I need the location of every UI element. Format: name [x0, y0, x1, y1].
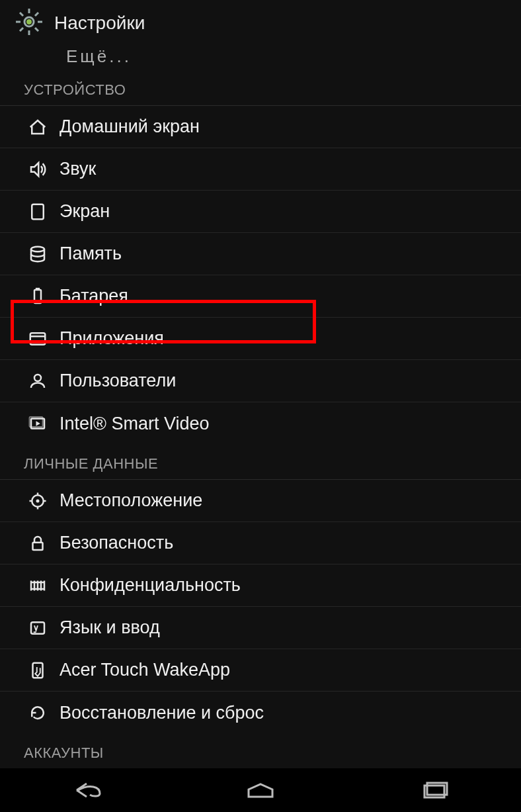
battery-icon — [26, 285, 49, 308]
item-backup-reset[interactable]: Восстановление и сброс — [0, 692, 521, 734]
storage-icon — [26, 243, 49, 265]
item-intel-smart-video[interactable]: Intel® Smart Video — [0, 402, 521, 445]
item-label: Домашний экран — [60, 116, 200, 137]
svg-rect-2 — [32, 204, 44, 219]
svg-rect-5 — [36, 288, 40, 290]
item-label: Acer Touch WakeApp — [60, 660, 230, 680]
item-label: Экран — [60, 201, 110, 222]
reset-icon — [26, 701, 49, 724]
touch-icon — [26, 659, 49, 682]
sound-icon — [26, 158, 49, 181]
item-location[interactable]: Местоположение — [0, 480, 521, 522]
list-device: Домашний экран Звук Экран Память Батарея… — [0, 106, 521, 445]
nav-recent-button[interactable] — [405, 777, 464, 803]
item-acer-wakeapp[interactable]: Acer Touch WakeApp — [0, 649, 521, 692]
item-label: Приложения — [60, 328, 164, 349]
item-apps[interactable]: Приложения — [0, 318, 521, 360]
item-label: Безопасность — [60, 533, 173, 553]
svg-point-7 — [34, 375, 41, 381]
svg-point-3 — [31, 246, 44, 251]
item-language[interactable]: Язык и ввод — [0, 607, 521, 649]
svg-rect-4 — [34, 290, 41, 303]
item-label: Восстановление и сброс — [60, 703, 264, 723]
svg-point-11 — [36, 499, 40, 502]
svg-rect-6 — [30, 333, 46, 345]
section-header-personal: ЛИЧНЫЕ ДАННЫЕ — [0, 445, 521, 480]
item-label: Местоположение — [60, 490, 202, 511]
item-label: Конфиденциальность — [60, 575, 241, 596]
users-icon — [26, 370, 49, 392]
item-display[interactable]: Экран — [0, 191, 521, 233]
lock-icon — [26, 532, 49, 555]
svg-rect-12 — [33, 542, 43, 549]
item-security[interactable]: Безопасность — [0, 522, 521, 564]
svg-point-1 — [26, 19, 32, 24]
nav-back-button[interactable] — [57, 777, 116, 803]
apps-icon — [26, 328, 49, 350]
home-icon — [26, 116, 49, 138]
language-icon — [26, 617, 49, 639]
page-title: Настройки — [54, 13, 145, 34]
item-sound[interactable]: Звук — [0, 148, 521, 191]
item-label: Пользователи — [60, 371, 176, 391]
svg-rect-13 — [31, 622, 44, 634]
item-privacy[interactable]: Конфиденциальность — [0, 564, 521, 607]
item-home-screen[interactable]: Домашний экран — [0, 106, 521, 148]
action-bar: Настройки — [0, 0, 521, 46]
item-battery[interactable]: Батарея — [0, 275, 521, 318]
item-label: Память — [60, 244, 122, 264]
privacy-icon — [26, 574, 49, 597]
nav-home-button[interactable] — [231, 777, 290, 803]
video-icon — [26, 412, 49, 435]
item-storage[interactable]: Память — [0, 233, 521, 275]
display-icon — [26, 201, 49, 223]
item-label: Батарея — [60, 286, 128, 306]
section-header-device: УСТРОЙСТВО — [0, 71, 521, 106]
section-header-accounts: АККАУНТЫ — [0, 734, 521, 769]
truncated-item[interactable]: Ещё... — [0, 46, 521, 71]
list-personal: Местоположение Безопасность Конфиденциал… — [0, 480, 521, 734]
settings-gear-icon — [13, 6, 45, 40]
navigation-bar — [0, 768, 521, 812]
item-label: Язык и ввод — [60, 617, 160, 638]
item-label: Intel® Smart Video — [60, 414, 210, 434]
item-label: Звук — [60, 159, 96, 179]
location-icon — [26, 490, 49, 512]
item-users[interactable]: Пользователи — [0, 360, 521, 402]
